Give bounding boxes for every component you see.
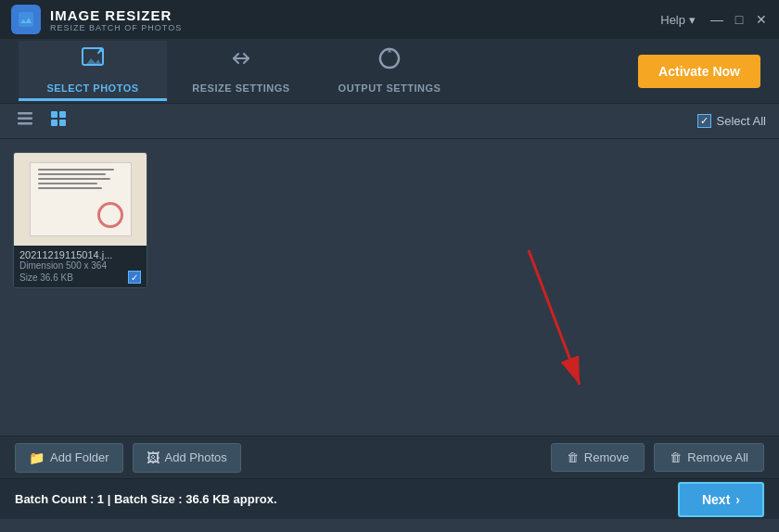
app-title-block: IMAGE RESIZER RESIZE BATCH OF PHOTOS <box>50 7 182 32</box>
add-photos-button[interactable]: 🖼 Add Photos <box>133 443 241 473</box>
svg-rect-6 <box>59 111 66 118</box>
app-logo <box>11 5 41 34</box>
maximize-button[interactable]: □ <box>733 13 746 26</box>
photo-checkbox[interactable]: ✓ <box>128 271 141 284</box>
view-icons <box>13 108 70 133</box>
content-wrapper: 20211219115014.j... Dimension 500 x 364 … <box>0 139 779 436</box>
batch-count-label: Batch Count : <box>15 492 97 506</box>
tab-output-settings-label: OUTPUT SETTINGS <box>338 82 441 94</box>
status-separator: | <box>108 492 114 506</box>
remove-label: Remove <box>584 450 629 464</box>
add-photos-icon: 🖼 <box>147 450 160 465</box>
app-subtitle: RESIZE BATCH OF PHOTOS <box>50 23 182 32</box>
add-folder-icon: 📁 <box>29 450 45 465</box>
doc-thumb <box>30 162 132 236</box>
select-all-area[interactable]: ✓ Select All <box>697 114 766 128</box>
select-all-checkbox[interactable]: ✓ <box>697 114 711 128</box>
tab-resize-settings[interactable]: RESIZE SETTINGS <box>167 41 315 101</box>
status-text: Batch Count : 1 | Batch Size : 36.6 KB a… <box>15 492 277 506</box>
svg-rect-5 <box>51 111 57 118</box>
remove-button[interactable]: 🗑 Remove <box>551 443 645 472</box>
add-folder-label: Add Folder <box>50 450 109 464</box>
next-arrow: › <box>735 492 740 507</box>
tab-output-settings[interactable]: OUTPUT SETTINGS <box>315 41 464 101</box>
content-area: 20211219115014.j... Dimension 500 x 364 … <box>0 139 779 436</box>
next-label: Next <box>702 492 730 507</box>
activate-now-button[interactable]: Activate Now <box>638 55 760 88</box>
title-bar-right: Help ▾ — □ ✕ <box>660 13 768 27</box>
remove-all-label: Remove All <box>687 450 748 464</box>
close-button[interactable]: ✕ <box>755 13 768 26</box>
add-folder-button[interactable]: 📁 Add Folder <box>15 443 123 473</box>
app-title: IMAGE RESIZER <box>50 7 182 23</box>
title-bar-left: IMAGE RESIZER RESIZE BATCH OF PHOTOS <box>11 5 182 34</box>
next-button[interactable]: Next › <box>678 482 764 517</box>
resize-settings-icon <box>228 45 254 77</box>
grid-view-button[interactable] <box>46 108 70 133</box>
photo-info: 20211219115014.j... Dimension 500 x 364 … <box>14 246 147 287</box>
svg-rect-8 <box>59 120 66 126</box>
svg-rect-2 <box>18 112 32 115</box>
bottom-bar: 📁 Add Folder 🖼 Add Photos 🗑 Remove 🗑 Rem… <box>0 436 779 478</box>
help-button[interactable]: Help ▾ <box>660 13 696 27</box>
remove-icon: 🗑 <box>567 450 579 464</box>
output-settings-icon <box>377 45 402 77</box>
doc-seal <box>97 202 123 228</box>
list-view-button[interactable] <box>13 108 37 133</box>
photo-thumbnail <box>14 153 147 246</box>
tab-select-photos-label: SELECT PHOTOS <box>46 82 138 94</box>
batch-count-value: 1 <box>97 492 104 506</box>
tab-select-photos[interactable]: SELECT PHOTOS <box>19 41 167 101</box>
window-controls: — □ ✕ <box>710 13 768 26</box>
remove-all-button[interactable]: 🗑 Remove All <box>654 443 764 472</box>
svg-rect-7 <box>51 120 57 126</box>
toolbar: ✓ Select All <box>0 104 779 139</box>
photo-size-row: Size 36.6 KB ✓ <box>19 271 141 284</box>
remove-all-icon: 🗑 <box>670 450 682 464</box>
doc-lines <box>38 169 123 192</box>
select-photos-icon <box>80 45 106 77</box>
status-bar: Batch Count : 1 | Batch Size : 36.6 KB a… <box>0 478 779 519</box>
minimize-button[interactable]: — <box>710 13 723 26</box>
photo-name: 20211219115014.j... <box>19 249 141 260</box>
add-photos-label: Add Photos <box>165 450 227 464</box>
batch-size-value: 36.6 KB approx. <box>185 492 276 506</box>
svg-rect-3 <box>18 118 32 120</box>
photo-item[interactable]: 20211219115014.j... Dimension 500 x 364 … <box>13 152 147 288</box>
tab-resize-settings-label: RESIZE SETTINGS <box>192 82 289 94</box>
batch-size-label: Batch Size : <box>114 492 185 506</box>
photo-dimension: Dimension 500 x 364 <box>19 260 141 271</box>
photo-size: Size 36.6 KB <box>19 272 73 283</box>
svg-rect-4 <box>18 122 32 125</box>
title-bar: IMAGE RESIZER RESIZE BATCH OF PHOTOS Hel… <box>0 0 779 39</box>
tab-bar: SELECT PHOTOS RESIZE SETTINGS OUTPUT SET… <box>0 39 779 104</box>
svg-rect-0 <box>19 12 33 27</box>
select-all-label: Select All <box>717 114 766 128</box>
